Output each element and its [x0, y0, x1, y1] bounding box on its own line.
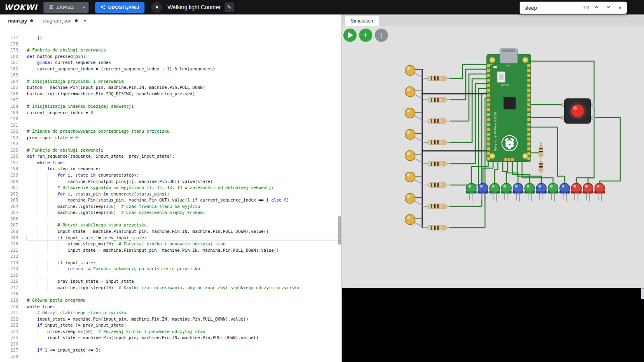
led[interactable] [405, 172, 415, 182]
resistor[interactable] [424, 183, 450, 187]
code-line[interactable]: 219# Główna pętla programu [0, 297, 341, 304]
led[interactable] [489, 183, 500, 202]
save-button[interactable]: ZAPISZ [43, 2, 78, 13]
code-line[interactable]: 198for step in sequence: [0, 166, 341, 172]
code-line[interactable]: 210utime.sleep_ms(10) # Poczekaj krótko … [0, 241, 341, 247]
code-line[interactable]: 216prev_input_state = input_state [0, 278, 341, 285]
more-options-button[interactable]: ⋮ [375, 29, 388, 42]
resistor[interactable] [539, 158, 543, 176]
console-scrollbar[interactable] [641, 288, 644, 299]
code-line[interactable]: 187 [0, 97, 341, 103]
resistor[interactable] [424, 161, 450, 166]
code-line[interactable]: 190 [0, 116, 341, 122]
led[interactable] [524, 183, 535, 202]
pushbutton[interactable] [561, 99, 594, 123]
code-line[interactable]: 189current_sequence_index = 0 [0, 110, 341, 116]
tab-list-caret[interactable]: ▾ [83, 17, 88, 25]
resistor[interactable] [424, 225, 450, 230]
code-line[interactable]: 227if 1 <= input_state <= 3: [0, 347, 341, 354]
code-line[interactable]: 203machine.Pin(status_pin, machine.Pin.O… [0, 197, 341, 204]
code-line[interactable]: 225input_state = machine.Pin(input_pin, … [0, 335, 341, 341]
code-line[interactable]: 192# Zmienna do przechowywania poprzedni… [0, 128, 341, 135]
editor-scrollbar[interactable] [338, 216, 341, 245]
resistor[interactable] [424, 97, 450, 102]
code-line[interactable]: 181global current_sequence_index [0, 60, 341, 66]
code-line[interactable]: 226 [0, 341, 341, 348]
code-line[interactable]: 215 [0, 272, 341, 279]
led[interactable] [405, 108, 415, 118]
code-line[interactable]: 207# Odczyt stabilnego stanu przycisku [0, 222, 341, 228]
search-input[interactable]: sleep [524, 5, 580, 11]
edit-title-button[interactable]: ✎ [225, 2, 234, 12]
code-line[interactable]: 220while True: [0, 304, 341, 310]
led[interactable] [405, 87, 415, 97]
led[interactable] [559, 183, 570, 202]
led[interactable] [405, 130, 415, 140]
resistor[interactable] [424, 76, 450, 81]
code-line[interactable]: 205machine.lightsleep(160) # Czas oczeki… [0, 210, 341, 216]
code-line[interactable]: 223if input_state != prev_input_state: [0, 322, 341, 329]
play-button[interactable] [343, 29, 357, 42]
code-line[interactable]: 182current_sequence_index = (current_seq… [0, 66, 341, 72]
code-line[interactable]: 195# Funkcja do obsługi sekwencji [0, 147, 341, 154]
led[interactable] [466, 183, 477, 202]
code-line[interactable]: 183 [0, 72, 341, 78]
code-line[interactable]: 180def button_pressed(pin): [0, 53, 341, 60]
code-line[interactable]: 177]) [0, 35, 341, 41]
resistor[interactable] [424, 119, 450, 123]
led[interactable] [594, 183, 605, 202]
tab-simulation[interactable]: Simulation [345, 16, 379, 26]
close-search-button[interactable]: × [615, 3, 624, 12]
code-line[interactable]: 184# Inicjalizacja przycisku i przerwani… [0, 78, 341, 85]
code-line[interactable]: 194 [0, 141, 341, 147]
led[interactable] [536, 183, 547, 202]
led[interactable] [478, 183, 489, 202]
add-part-button[interactable]: + [359, 29, 372, 42]
favorite-heart-icon[interactable]: ♥ [151, 2, 162, 13]
code-line[interactable]: 213if input_state: [0, 260, 341, 266]
code-line[interactable]: 185button = machine.Pin(input_pin, machi… [0, 84, 341, 91]
simulation-canvas[interactable]: + ⋮ Raspberry Pi Pico ©2020BOOTSELUSBLED [342, 26, 644, 288]
code-line[interactable]: 224utime.sleep_ms(50) # Poczekaj krótko … [0, 329, 341, 335]
resistor[interactable] [424, 204, 450, 209]
code-line[interactable]: 193prev_input_state = 0 [0, 135, 341, 141]
led[interactable] [501, 183, 512, 202]
resistor[interactable] [424, 140, 450, 145]
led[interactable] [548, 183, 559, 202]
code-line[interactable]: 197while True: [0, 160, 341, 166]
code-line[interactable]: 211input_state = machine.Pin(input_pin, … [0, 247, 341, 254]
prev-match-button[interactable] [592, 3, 601, 12]
tab-diagram-json[interactable]: diagram.json [38, 14, 83, 27]
next-match-button[interactable] [604, 3, 613, 12]
circuit-diagram[interactable]: Raspberry Pi Pico ©2020BOOTSELUSBLED [342, 26, 644, 288]
code-line[interactable]: 179# Funkcja do obsługi przerwania [0, 47, 341, 53]
code-line[interactable]: 186button.irq(trigger=machine.Pin.IRQ_RI… [0, 91, 341, 97]
code-line[interactable]: 218 [0, 291, 341, 297]
led[interactable] [405, 66, 415, 76]
code-line[interactable]: 214return # Zakończ sekwencję po naciśni… [0, 266, 341, 272]
code-editor[interactable]: 177])178179# Funkcja do obsługi przerwan… [0, 27, 341, 362]
code-line[interactable]: 217machine.lightsleep(10) # Krótki czas … [0, 285, 341, 291]
code-line[interactable]: 212 [0, 253, 341, 260]
code-line[interactable]: 191 [0, 122, 341, 129]
code-line[interactable]: 204machine.lightsleep(350) # Czas trwani… [0, 204, 341, 210]
code-line[interactable]: 201# Ustawienie sygnałów na wyjściach 11… [0, 185, 341, 191]
code-line[interactable]: 178 [0, 41, 341, 47]
pico-board[interactable]: Raspberry Pi Pico ©2020BOOTSELUSBLED [487, 49, 531, 162]
code-line[interactable]: 206 [0, 216, 341, 222]
led[interactable] [405, 193, 415, 204]
led[interactable] [405, 215, 415, 225]
code-line[interactable]: 208input_state = machine.Pin(input_pin, … [0, 228, 341, 235]
led[interactable] [571, 183, 582, 202]
code-line[interactable]: 221# Odczyt stabilnego stanu przycisku [0, 310, 341, 316]
led[interactable] [405, 151, 415, 161]
led[interactable] [513, 183, 524, 202]
tab-main-py[interactable]: main.py [3, 14, 38, 27]
wokwi-logo[interactable]: WOKWI [4, 3, 37, 12]
code-line[interactable]: 200machine.Pin(output_pins[i], machine.P… [0, 179, 341, 185]
code-line[interactable]: 202for i, status_pin in enumerate(status… [0, 191, 341, 197]
code-line[interactable]: 199for i, state in enumerate(step): [0, 172, 341, 179]
code-line[interactable]: 209if input_state != prev_input_state: [0, 235, 341, 241]
share-button[interactable]: UDOSTĘPNIJ [95, 2, 145, 13]
code-line[interactable]: 196def run_sequence(sequence, input_stat… [0, 153, 341, 160]
